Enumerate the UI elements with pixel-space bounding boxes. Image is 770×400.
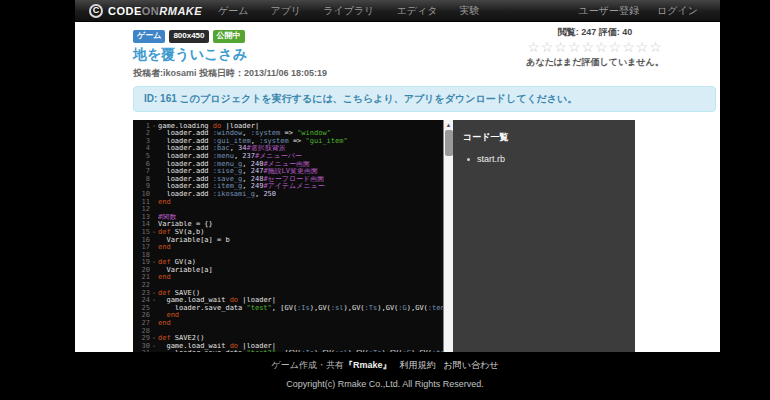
code-token: def [158,259,171,266]
footer-link-利用規約[interactable]: 利用規約 [400,360,436,370]
code-text: loader.add :bac, 34#選択肢背景 [158,145,443,153]
fold-spacer [150,130,158,138]
rmake-logo-text: CODEONRMAKE [108,5,202,17]
editor-scrollbar[interactable]: ▲ [443,120,453,357]
code-line: 16 Variable[a] = b [133,237,443,245]
nav-item-ゲーム[interactable]: ゲーム [218,4,248,18]
footer-nav: ゲーム作成・共有『Rmake』利用規約お問い合わせ [0,359,770,372]
code-token: :Is [297,305,310,312]
code-token: #メニューバー [255,153,302,160]
badge-公開中: 公開中 [213,30,245,43]
code-token: loader.add [158,153,213,160]
nav-item-アプリ[interactable]: アプリ [271,4,302,18]
nav-item-ログイン[interactable]: ログイン [657,4,698,18]
fold-marker-icon: - [150,229,158,237]
line-number: 27 [133,320,150,328]
code-token: SV(a,b) [171,229,205,236]
code-token: def [158,335,171,342]
line-number: 30 [133,343,150,351]
code-section: 1-game.loading do |loader|2 loader.add :… [133,120,716,357]
code-token: :item_g [213,183,243,190]
code-line: 29-def SAVE2() [133,335,443,343]
line-number: 1 [133,123,150,131]
line-number: 17 [133,244,150,252]
fold-spacer [150,221,158,229]
fold-spacer [150,138,158,146]
code-text [158,328,443,336]
line-number: 20 [133,267,150,275]
nav-item-エディタ[interactable]: エディタ [396,4,437,18]
fold-marker-icon: - [150,335,158,343]
fold-marker-icon: - [150,290,158,298]
code-token: Variable[a] = b [158,237,230,244]
fold-spacer [150,282,158,290]
code-token: ),GV( [344,305,365,312]
star-icon[interactable]: ☆ [595,40,609,55]
footer-link-お問い合わせ[interactable]: お問い合わせ [444,360,499,370]
star-icon[interactable]: ☆ [541,40,555,55]
code-line: 25 loader.save_data "test", [GV(:Is),GV(… [133,305,443,313]
code-text: def SAVE() [158,290,443,298]
code-line: 5 loader.add :menu, 237#メニューバー [133,153,443,161]
code-line: 12 [133,206,443,214]
fold-spacer [150,328,158,336]
fold-spacer [150,176,158,184]
line-number: 11 [133,199,150,207]
rmake-logo[interactable]: C CODEONRMAKE [89,4,202,18]
code-text: def SAVE2() [158,335,443,343]
line-number: 16 [133,237,150,245]
star-icon[interactable]: ☆ [568,40,582,55]
page-footer: ゲーム作成・共有『Rmake』利用規約お問い合わせ Copyright(c) R… [0,352,770,400]
line-number: 5 [133,153,150,161]
code-text: end [158,199,443,207]
code-token: => [289,138,306,145]
code-text: game.load_wait do |loader| [158,343,443,351]
scrollbar-thumb[interactable] [445,130,453,156]
line-number: 6 [133,161,150,169]
code-token: loader.add [158,183,213,190]
code-file-start.rb[interactable]: start.rb [463,154,625,164]
fold-spacer [150,237,158,245]
nav-item-ユーザー登録[interactable]: ユーザー登録 [579,4,639,18]
download-app-link[interactable]: こちら [343,93,374,104]
code-text: Variable[a] [158,267,443,275]
code-editor[interactable]: 1-game.loading do |loader|2 loader.add :… [133,120,443,357]
code-token: :gui_item [213,138,251,145]
code-line: 13#関数 [133,214,443,222]
star-rating[interactable]: ☆☆☆☆☆☆☆☆☆☆ [475,40,715,55]
code-token: #施設LV変更画面 [263,168,318,175]
code-line: 14Variable = {} [133,221,443,229]
scrollbar-up-icon[interactable]: ▲ [446,120,452,130]
star-icon[interactable]: ☆ [622,40,636,55]
footer-rmake-link[interactable]: 『Rmake』 [344,360,392,370]
code-list-panel: コード一覧 start.rb [453,120,635,357]
star-icon[interactable]: ☆ [554,40,568,55]
code-text: def GV(a) [158,259,443,267]
code-token: 247 [251,168,264,175]
code-token: , [242,176,250,183]
code-token: |loader| [238,297,276,304]
code-token: loader.add [158,130,213,137]
nav-item-ライブラリ[interactable]: ライブラリ [323,4,374,18]
code-token: end [166,312,179,319]
fold-spacer [150,161,158,169]
code-text [158,206,443,214]
fold-spacer [150,145,158,153]
star-icon[interactable]: ☆ [609,40,623,55]
line-number: 4 [133,145,150,153]
star-icon[interactable]: ☆ [527,40,541,55]
nav-item-実験[interactable]: 実験 [459,4,479,18]
code-line: 20 Variable[a] [133,267,443,275]
fold-spacer [150,199,158,207]
code-token: :Ts [365,305,378,312]
star-icon[interactable]: ☆ [649,40,663,55]
star-icon[interactable]: ☆ [581,40,595,55]
code-line: 7 loader.add :sise_g, 247#施設LV変更画面 [133,168,443,176]
fold-spacer [150,252,158,260]
code-line: 4 loader.add :bac, 34#選択肢背景 [133,145,443,153]
project-info-alert: ID: 161 このプロジェクトを実行するには、こちらより、アプリをダウンロード… [133,86,716,112]
code-text: end [158,312,443,320]
code-token: end [158,274,171,281]
code-token: loader.add [158,145,213,152]
star-icon[interactable]: ☆ [636,40,650,55]
